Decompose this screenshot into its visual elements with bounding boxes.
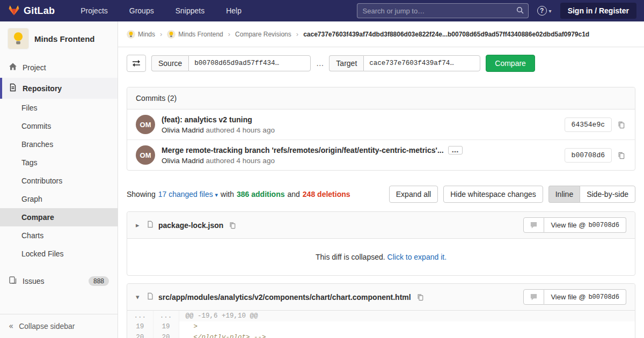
sidebar: Minds Frontend Project Repository Files …: [0, 21, 118, 338]
commit-meta: Olivia Madrid authored 4 hours ago: [162, 126, 275, 134]
sidebar-subitem-branches[interactable]: Branches: [0, 135, 118, 153]
commit-title-link[interactable]: Merge remote-tracking branch 'refs/remot…: [162, 146, 444, 155]
commit-actions: b00708d6: [565, 148, 626, 163]
toggle-comments-button[interactable]: [523, 217, 544, 233]
toggle-comments-button[interactable]: [523, 289, 544, 305]
gitlab-logo[interactable]: GitLab: [8, 4, 55, 18]
old-line-number: ...: [127, 311, 153, 321]
diff-table: ... ... @@ -19,6 +19,10 @@ 19 19 > 20 20…: [127, 311, 635, 338]
diff-hunk-header-row: ... ... @@ -19,6 +19,10 @@: [127, 311, 635, 321]
caret-right-icon[interactable]: ▸: [136, 221, 142, 229]
diff-line-content: >: [179, 321, 635, 332]
sidebar-subitem-tags[interactable]: Tags: [0, 153, 118, 172]
old-line-number[interactable]: 20: [127, 332, 153, 338]
copy-file-path-button[interactable]: [228, 221, 237, 230]
swap-revisions-button[interactable]: [127, 55, 146, 72]
commit-text: (feat): analytics v2 tuning Olivia Madri…: [162, 115, 275, 134]
caret-down-icon[interactable]: ▾: [136, 293, 142, 301]
target-revision-input[interactable]: [363, 55, 480, 71]
commits-panel: Commits (2) OM (feat): analytics v2 tuni…: [127, 87, 635, 171]
avatar: OM: [136, 115, 155, 134]
diff-view-controls: Expand all Hide whitespace changes Inlin…: [389, 186, 635, 203]
with-label: with: [221, 190, 234, 199]
file-actions: View file @ b00708d6: [523, 289, 626, 305]
nav-groups[interactable]: Groups: [129, 6, 154, 15]
global-search[interactable]: [357, 3, 529, 18]
diff-line-row: 19 19 >: [127, 321, 635, 332]
comment-icon: [530, 293, 538, 301]
file-icon: [147, 292, 154, 302]
navbar-right: ? ▾ Sign in / Register: [357, 3, 636, 19]
search-input[interactable]: [357, 3, 529, 18]
breadcrumb: Minds › Minds Frontend › Compare Revisio…: [118, 21, 644, 47]
copy-sha-button[interactable]: [616, 120, 626, 130]
document-icon: [9, 83, 17, 93]
side-by-side-view-button[interactable]: Side-by-side: [580, 186, 635, 203]
sidebar-subitem-graph[interactable]: Graph: [0, 190, 118, 208]
copy-icon: [229, 222, 236, 229]
copy-sha-button[interactable]: [616, 150, 626, 160]
diff-file-header: ▾ src/app/modules/analytics/v2/component…: [127, 284, 635, 311]
sidebar-item-project[interactable]: Project: [0, 57, 118, 78]
commit-author[interactable]: Olivia Madrid: [162, 157, 204, 165]
breadcrumb-project[interactable]: Minds Frontend: [167, 30, 223, 39]
diff-file-header: ▸ package-lock.json View file @ b00708d6: [127, 212, 635, 239]
diff-mode-toggle: Inline Side-by-side: [548, 186, 635, 203]
diff-hunk-header: @@ -19,6 +19,10 @@: [179, 311, 635, 321]
double-chevron-left-icon: «: [9, 321, 13, 331]
source-revision-input[interactable]: [188, 55, 311, 71]
sign-in-button[interactable]: Sign in / Register: [560, 3, 636, 19]
expand-all-button[interactable]: Expand all: [389, 186, 438, 203]
sidebar-subitem-files[interactable]: Files: [0, 99, 118, 117]
copy-file-path-button[interactable]: [415, 292, 425, 302]
breadcrumb-group[interactable]: Minds: [127, 30, 155, 39]
nav-projects[interactable]: Projects: [80, 6, 108, 15]
copy-icon: [416, 293, 424, 301]
breadcrumb-label: Compare Revisions: [235, 31, 291, 38]
commit-sha-button[interactable]: b00708d6: [565, 148, 612, 163]
view-file-sha: b00708d6: [588, 293, 619, 301]
commit-sha-button[interactable]: 64354e9c: [565, 117, 612, 132]
project-context[interactable]: Minds Frontend: [0, 21, 118, 57]
sidebar-subitem-commits[interactable]: Commits: [0, 117, 118, 135]
caret-down-icon: ▾: [215, 192, 218, 199]
help-menu[interactable]: ? ▾: [537, 6, 552, 16]
nav-snippets[interactable]: Snippets: [175, 6, 204, 15]
view-file-button[interactable]: View file @ b00708d6: [544, 217, 626, 233]
breadcrumb-compare-revisions[interactable]: Compare Revisions: [235, 31, 291, 38]
sidebar-item-repository[interactable]: Repository: [0, 78, 118, 99]
old-line-number[interactable]: 19: [127, 321, 153, 332]
commit-text: Merge remote-tracking branch 'refs/remot…: [162, 146, 463, 165]
project-name: Minds Frontend: [34, 34, 95, 43]
diff-summary: Showing 17 changed files ▾ with 386 addi…: [118, 178, 644, 204]
commit-author[interactable]: Olivia Madrid: [162, 126, 204, 134]
hide-whitespace-button[interactable]: Hide whitespace changes: [443, 186, 543, 203]
search-icon[interactable]: [516, 6, 524, 16]
sidebar-subitem-contributors[interactable]: Contributors: [0, 172, 118, 190]
chevron-down-icon: ▾: [549, 8, 552, 14]
new-line-number[interactable]: 20: [153, 332, 179, 338]
new-line-number[interactable]: 19: [153, 321, 179, 332]
deletions-count: 248 deletions: [303, 190, 350, 199]
diff-file-panel: ▾ src/app/modules/analytics/v2/component…: [127, 283, 635, 338]
expand-diff-link[interactable]: Click to expand it.: [387, 253, 447, 261]
compare-button[interactable]: Compare: [486, 55, 535, 72]
sidebar-subitem-locked-files[interactable]: Locked Files: [0, 245, 118, 263]
diff-line-content: </plotly-plot> -->: [179, 332, 635, 338]
collapse-sidebar-button[interactable]: « Collapse sidebar: [0, 314, 118, 338]
commit-title-link[interactable]: (feat): analytics v2 tuning: [162, 115, 252, 124]
nav-help[interactable]: Help: [226, 6, 241, 15]
view-file-button[interactable]: View file @ b00708d6: [544, 289, 626, 305]
file-name-link[interactable]: src/app/modules/analytics/v2/components/…: [158, 293, 411, 302]
file-name-link[interactable]: package-lock.json: [158, 221, 223, 230]
sidebar-subitem-compare[interactable]: Compare: [0, 208, 118, 226]
changed-files-dropdown[interactable]: 17 changed files ▾: [158, 190, 218, 199]
breadcrumb-label: Minds Frontend: [178, 31, 223, 38]
inline-view-button[interactable]: Inline: [548, 186, 580, 203]
sidebar-item-issues[interactable]: Issues 888: [0, 270, 118, 291]
expand-commit-message-button[interactable]: …: [448, 146, 463, 155]
sidebar-subitem-charts[interactable]: Charts: [0, 226, 118, 245]
breadcrumb-label: Minds: [138, 31, 155, 38]
project-avatar-small: [167, 30, 175, 39]
copy-icon: [617, 151, 625, 159]
